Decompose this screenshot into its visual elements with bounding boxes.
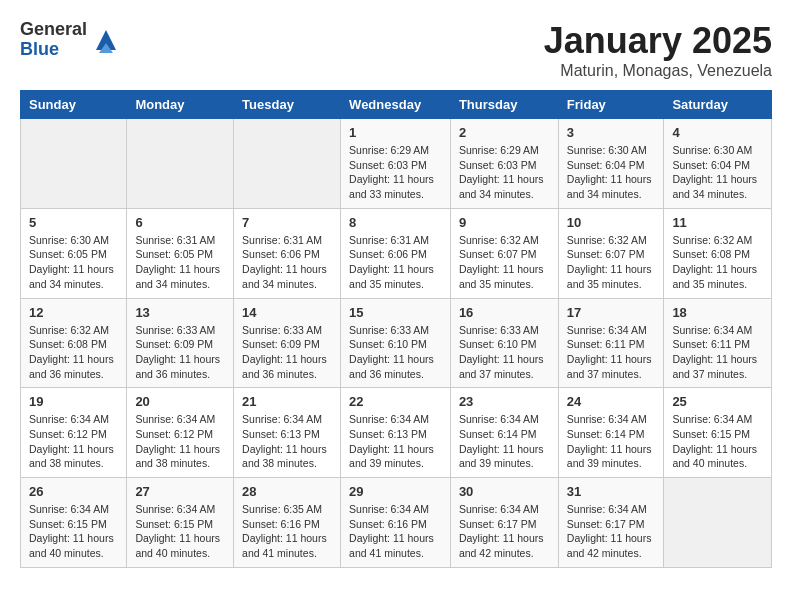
day-cell: 6Sunrise: 6:31 AM Sunset: 6:05 PM Daylig… (127, 208, 234, 298)
day-cell: 4Sunrise: 6:30 AM Sunset: 6:04 PM Daylig… (664, 119, 772, 209)
location-subtitle: Maturin, Monagas, Venezuela (544, 62, 772, 80)
day-number: 13 (135, 305, 225, 320)
day-number: 9 (459, 215, 550, 230)
day-number: 8 (349, 215, 442, 230)
day-info: Sunrise: 6:34 AM Sunset: 6:14 PM Dayligh… (567, 412, 656, 471)
day-number: 10 (567, 215, 656, 230)
day-cell: 24Sunrise: 6:34 AM Sunset: 6:14 PM Dayli… (558, 388, 664, 478)
day-cell: 5Sunrise: 6:30 AM Sunset: 6:05 PM Daylig… (21, 208, 127, 298)
day-info: Sunrise: 6:33 AM Sunset: 6:09 PM Dayligh… (135, 323, 225, 382)
weekday-header-friday: Friday (558, 91, 664, 119)
logo-general-text: General (20, 20, 87, 40)
day-cell (21, 119, 127, 209)
logo: General Blue (20, 20, 121, 60)
day-number: 2 (459, 125, 550, 140)
day-cell: 10Sunrise: 6:32 AM Sunset: 6:07 PM Dayli… (558, 208, 664, 298)
day-cell: 1Sunrise: 6:29 AM Sunset: 6:03 PM Daylig… (341, 119, 451, 209)
day-cell: 25Sunrise: 6:34 AM Sunset: 6:15 PM Dayli… (664, 388, 772, 478)
day-cell: 12Sunrise: 6:32 AM Sunset: 6:08 PM Dayli… (21, 298, 127, 388)
day-info: Sunrise: 6:32 AM Sunset: 6:07 PM Dayligh… (459, 233, 550, 292)
month-title: January 2025 (544, 20, 772, 62)
day-info: Sunrise: 6:34 AM Sunset: 6:17 PM Dayligh… (567, 502, 656, 561)
day-info: Sunrise: 6:35 AM Sunset: 6:16 PM Dayligh… (242, 502, 332, 561)
day-info: Sunrise: 6:34 AM Sunset: 6:12 PM Dayligh… (135, 412, 225, 471)
day-number: 12 (29, 305, 118, 320)
day-cell: 15Sunrise: 6:33 AM Sunset: 6:10 PM Dayli… (341, 298, 451, 388)
day-number: 6 (135, 215, 225, 230)
day-cell (127, 119, 234, 209)
day-info: Sunrise: 6:34 AM Sunset: 6:15 PM Dayligh… (29, 502, 118, 561)
weekday-header-saturday: Saturday (664, 91, 772, 119)
day-number: 15 (349, 305, 442, 320)
day-cell: 31Sunrise: 6:34 AM Sunset: 6:17 PM Dayli… (558, 478, 664, 568)
day-cell: 3Sunrise: 6:30 AM Sunset: 6:04 PM Daylig… (558, 119, 664, 209)
day-cell: 26Sunrise: 6:34 AM Sunset: 6:15 PM Dayli… (21, 478, 127, 568)
day-info: Sunrise: 6:29 AM Sunset: 6:03 PM Dayligh… (459, 143, 550, 202)
day-number: 11 (672, 215, 763, 230)
day-cell: 17Sunrise: 6:34 AM Sunset: 6:11 PM Dayli… (558, 298, 664, 388)
weekday-header-row: SundayMondayTuesdayWednesdayThursdayFrid… (21, 91, 772, 119)
day-info: Sunrise: 6:31 AM Sunset: 6:06 PM Dayligh… (242, 233, 332, 292)
day-number: 24 (567, 394, 656, 409)
day-info: Sunrise: 6:34 AM Sunset: 6:16 PM Dayligh… (349, 502, 442, 561)
day-cell: 9Sunrise: 6:32 AM Sunset: 6:07 PM Daylig… (450, 208, 558, 298)
day-info: Sunrise: 6:32 AM Sunset: 6:08 PM Dayligh… (672, 233, 763, 292)
day-number: 22 (349, 394, 442, 409)
day-cell: 23Sunrise: 6:34 AM Sunset: 6:14 PM Dayli… (450, 388, 558, 478)
day-cell: 13Sunrise: 6:33 AM Sunset: 6:09 PM Dayli… (127, 298, 234, 388)
day-cell: 14Sunrise: 6:33 AM Sunset: 6:09 PM Dayli… (234, 298, 341, 388)
title-block: January 2025 Maturin, Monagas, Venezuela (544, 20, 772, 80)
day-info: Sunrise: 6:34 AM Sunset: 6:13 PM Dayligh… (242, 412, 332, 471)
week-row-4: 19Sunrise: 6:34 AM Sunset: 6:12 PM Dayli… (21, 388, 772, 478)
day-number: 3 (567, 125, 656, 140)
day-number: 4 (672, 125, 763, 140)
day-info: Sunrise: 6:33 AM Sunset: 6:10 PM Dayligh… (349, 323, 442, 382)
day-info: Sunrise: 6:32 AM Sunset: 6:07 PM Dayligh… (567, 233, 656, 292)
day-number: 29 (349, 484, 442, 499)
weekday-header-wednesday: Wednesday (341, 91, 451, 119)
page-header: General Blue January 2025 Maturin, Monag… (20, 20, 772, 80)
day-number: 21 (242, 394, 332, 409)
day-number: 17 (567, 305, 656, 320)
week-row-2: 5Sunrise: 6:30 AM Sunset: 6:05 PM Daylig… (21, 208, 772, 298)
day-number: 31 (567, 484, 656, 499)
day-cell: 19Sunrise: 6:34 AM Sunset: 6:12 PM Dayli… (21, 388, 127, 478)
weekday-header-tuesday: Tuesday (234, 91, 341, 119)
day-number: 27 (135, 484, 225, 499)
day-cell: 29Sunrise: 6:34 AM Sunset: 6:16 PM Dayli… (341, 478, 451, 568)
day-cell: 20Sunrise: 6:34 AM Sunset: 6:12 PM Dayli… (127, 388, 234, 478)
day-cell: 21Sunrise: 6:34 AM Sunset: 6:13 PM Dayli… (234, 388, 341, 478)
day-number: 7 (242, 215, 332, 230)
week-row-3: 12Sunrise: 6:32 AM Sunset: 6:08 PM Dayli… (21, 298, 772, 388)
day-cell: 8Sunrise: 6:31 AM Sunset: 6:06 PM Daylig… (341, 208, 451, 298)
day-cell: 16Sunrise: 6:33 AM Sunset: 6:10 PM Dayli… (450, 298, 558, 388)
day-info: Sunrise: 6:34 AM Sunset: 6:15 PM Dayligh… (672, 412, 763, 471)
day-number: 19 (29, 394, 118, 409)
day-number: 16 (459, 305, 550, 320)
day-number: 20 (135, 394, 225, 409)
day-info: Sunrise: 6:30 AM Sunset: 6:04 PM Dayligh… (567, 143, 656, 202)
day-cell: 28Sunrise: 6:35 AM Sunset: 6:16 PM Dayli… (234, 478, 341, 568)
day-info: Sunrise: 6:30 AM Sunset: 6:05 PM Dayligh… (29, 233, 118, 292)
day-info: Sunrise: 6:30 AM Sunset: 6:04 PM Dayligh… (672, 143, 763, 202)
logo-blue-text: Blue (20, 40, 87, 60)
day-info: Sunrise: 6:31 AM Sunset: 6:05 PM Dayligh… (135, 233, 225, 292)
day-info: Sunrise: 6:29 AM Sunset: 6:03 PM Dayligh… (349, 143, 442, 202)
day-number: 30 (459, 484, 550, 499)
day-number: 5 (29, 215, 118, 230)
day-cell: 2Sunrise: 6:29 AM Sunset: 6:03 PM Daylig… (450, 119, 558, 209)
weekday-header-thursday: Thursday (450, 91, 558, 119)
day-cell: 18Sunrise: 6:34 AM Sunset: 6:11 PM Dayli… (664, 298, 772, 388)
day-number: 26 (29, 484, 118, 499)
day-number: 25 (672, 394, 763, 409)
day-number: 28 (242, 484, 332, 499)
day-info: Sunrise: 6:33 AM Sunset: 6:09 PM Dayligh… (242, 323, 332, 382)
day-cell: 22Sunrise: 6:34 AM Sunset: 6:13 PM Dayli… (341, 388, 451, 478)
calendar-table: SundayMondayTuesdayWednesdayThursdayFrid… (20, 90, 772, 568)
day-info: Sunrise: 6:34 AM Sunset: 6:11 PM Dayligh… (672, 323, 763, 382)
day-cell: 30Sunrise: 6:34 AM Sunset: 6:17 PM Dayli… (450, 478, 558, 568)
week-row-5: 26Sunrise: 6:34 AM Sunset: 6:15 PM Dayli… (21, 478, 772, 568)
logo-icon (91, 25, 121, 55)
day-info: Sunrise: 6:34 AM Sunset: 6:11 PM Dayligh… (567, 323, 656, 382)
day-number: 18 (672, 305, 763, 320)
